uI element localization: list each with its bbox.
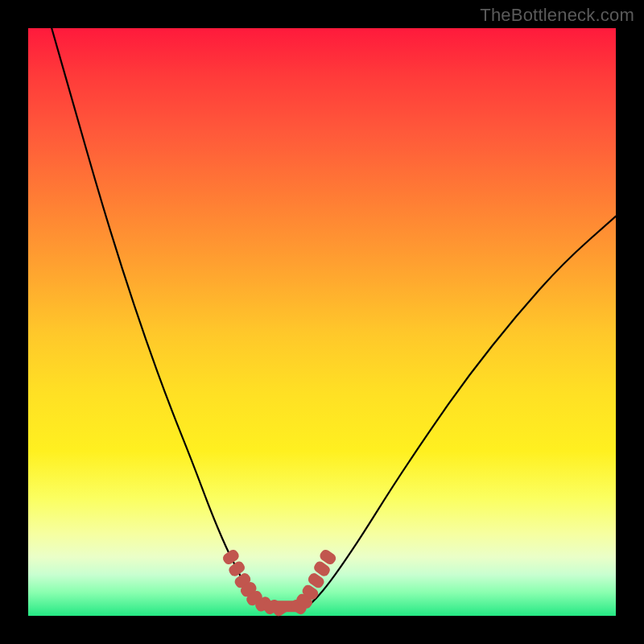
right-curve [310, 217, 616, 605]
watermark-text: TheBottleneck.com [480, 5, 634, 26]
bottleneck-curve-svg [28, 28, 616, 616]
curve-group [52, 28, 616, 604]
left-curve [52, 28, 263, 604]
plot-area [28, 28, 616, 616]
outer-frame: TheBottleneck.com [0, 0, 644, 644]
marker-group [221, 548, 338, 618]
